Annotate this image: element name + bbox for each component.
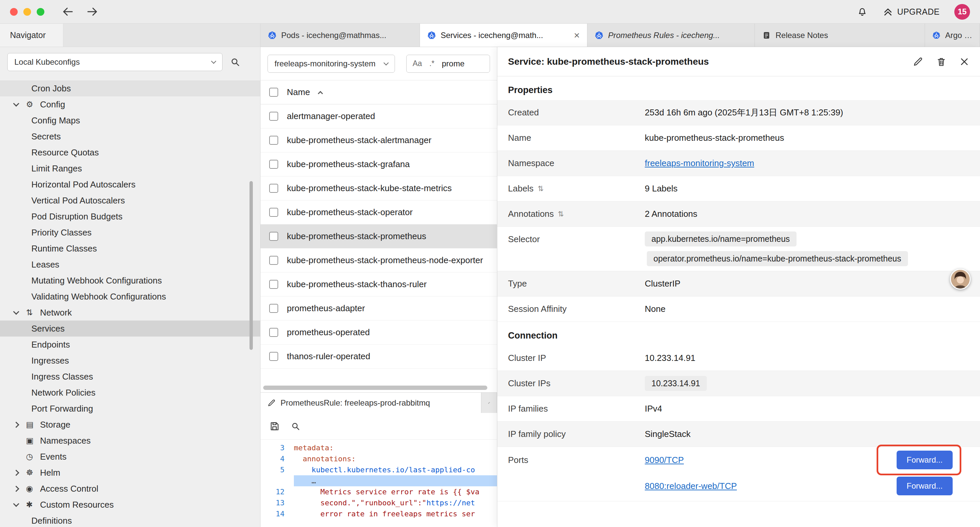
table-row[interactable]: kube-prometheus-stack-operator [261, 201, 497, 224]
sidebar-item-horizontal-pod-autoscalers[interactable]: Horizontal Pod Autoscalers [0, 177, 260, 193]
table-row[interactable]: prometheus-adapter [261, 296, 497, 320]
chevron-down-icon[interactable] [13, 501, 19, 507]
window-minimize-button[interactable] [23, 8, 31, 16]
chevron-down-icon[interactable] [13, 309, 19, 315]
table-row[interactable]: kube-prometheus-stack-prometheus [261, 224, 497, 248]
code-line[interactable]: 4 annotations: [261, 453, 497, 464]
table-row[interactable]: kube-prometheus-stack-grafana [261, 153, 497, 177]
back-button[interactable] [62, 6, 74, 18]
sidebar-item-port-forwarding[interactable]: Port Forwarding [0, 401, 260, 417]
editor-tab-next[interactable] [481, 393, 497, 413]
chevron-down-icon[interactable] [13, 100, 19, 107]
table-row[interactable]: kube-prometheus-stack-kube-state-metrics [261, 177, 497, 201]
edit-pencil-icon[interactable] [913, 56, 923, 67]
sidebar-item-leases[interactable]: Leases [0, 256, 260, 272]
table-row[interactable]: prometheus-operated [261, 320, 497, 345]
sidebar-item-ingresses[interactable]: Ingresses [0, 353, 260, 369]
sidebar-item-network-policies[interactable]: Network Policies [0, 385, 260, 401]
navigator-panel-tab[interactable]: Navigator [0, 24, 64, 47]
services-search-input[interactable]: Aa .* prome [406, 55, 490, 73]
sidebar-item-config[interactable]: ⚙Config [0, 96, 260, 112]
horizontal-scrollbar[interactable] [263, 384, 494, 391]
sidebar-item-ingress-classes[interactable]: Ingress Classes [0, 369, 260, 385]
user-avatar[interactable] [950, 269, 970, 290]
table-row[interactable]: thanos-ruler-operated [261, 345, 497, 369]
row-checkbox[interactable] [269, 136, 278, 145]
sidebar-item-definitions[interactable]: Definitions [0, 513, 260, 527]
tab-release-notes[interactable]: Release Notes [755, 24, 925, 47]
tab-close-icon[interactable]: × [570, 30, 580, 40]
tab-pods[interactable]: Pods - icecheng@mathmas... [261, 24, 420, 47]
port-link[interactable]: 9090/TCP [645, 455, 684, 465]
expand-labels-icon[interactable]: ⇅ [538, 185, 544, 193]
editor-tab-prometheusrule[interactable]: PrometheusRule: freeleaps-prod-rabbitmq [261, 393, 481, 413]
sidebar-item-cron-jobs[interactable]: Cron Jobs [0, 80, 260, 96]
sidebar-item-network[interactable]: ⇅Network [0, 304, 260, 320]
forward-button[interactable] [86, 6, 99, 18]
row-checkbox[interactable] [269, 160, 278, 169]
chevron-right-icon[interactable] [13, 422, 19, 428]
sidebar-item-helm[interactable]: ☸Helm [0, 465, 260, 481]
row-checkbox[interactable] [269, 208, 278, 217]
table-row[interactable]: kube-prometheus-stack-prometheus-node-ex… [261, 248, 497, 272]
chevron-right-icon[interactable] [13, 470, 19, 476]
sidebar-search-icon[interactable] [230, 57, 240, 67]
row-checkbox[interactable] [269, 304, 278, 313]
tab-argo[interactable]: Argo Se [925, 24, 980, 47]
sidebar-item-priority-classes[interactable]: Priority Classes [0, 224, 260, 240]
close-icon[interactable] [959, 57, 969, 67]
forward-button[interactable]: Forward... [897, 477, 953, 495]
sidebar-item-endpoints[interactable]: Endpoints [0, 336, 260, 353]
editor-search-icon[interactable] [291, 421, 301, 431]
row-checkbox[interactable] [269, 184, 278, 193]
row-checkbox[interactable] [269, 352, 278, 361]
port-link[interactable]: 8080:reloader-web/TCP [645, 481, 737, 491]
code-line[interactable]: 3metadata: [261, 442, 497, 453]
row-checkbox[interactable] [269, 328, 278, 337]
sidebar-item-storage[interactable]: ▤Storage [0, 417, 260, 433]
sidebar-item-events[interactable]: ◷Events [0, 449, 260, 465]
row-checkbox[interactable] [269, 256, 278, 265]
sidebar-scrollbar[interactable] [250, 181, 253, 350]
save-icon[interactable] [269, 421, 280, 431]
sidebar-item-runtime-classes[interactable]: Runtime Classes [0, 240, 260, 256]
expand-annotations-icon[interactable]: ⇅ [558, 210, 564, 218]
sidebar-item-pod-disruption-budgets[interactable]: Pod Disruption Budgets [0, 209, 260, 224]
table-row[interactable]: alertmanager-operated [261, 104, 497, 128]
sidebar-item-config-maps[interactable]: Config Maps [0, 112, 260, 128]
table-row[interactable]: kube-prometheus-stack-alertmanager [261, 128, 497, 153]
row-checkbox[interactable] [269, 232, 278, 241]
sidebar-item-access-control[interactable]: ◉Access Control [0, 481, 260, 497]
trash-icon[interactable] [936, 56, 947, 67]
sidebar-item-vertical-pod-autoscalers[interactable]: Vertical Pod Autoscalers [0, 193, 260, 209]
row-checkbox[interactable] [269, 112, 278, 121]
sidebar-item-services[interactable]: Services [0, 320, 260, 336]
code-editor[interactable]: 3metadata:4 annotations:5 kubectl.kubern… [261, 439, 497, 527]
forward-button[interactable]: Forward... [897, 451, 953, 469]
notification-count-badge[interactable]: 15 [954, 4, 970, 20]
sidebar-item-resource-quotas[interactable]: Resource Quotas [0, 145, 260, 161]
row-checkbox[interactable] [269, 280, 278, 289]
table-row[interactable]: kube-prometheus-stack-thanos-ruler [261, 272, 497, 296]
name-column-header[interactable]: Name [287, 87, 310, 97]
match-case-toggle[interactable]: Aa [413, 59, 422, 68]
sidebar-item-namespaces[interactable]: ▣Namespaces [0, 433, 260, 449]
sidebar-item-custom-resources[interactable]: ✱Custom Resources [0, 497, 260, 513]
chevron-right-icon[interactable] [13, 486, 19, 492]
window-close-button[interactable] [10, 8, 18, 16]
sidebar-item-limit-ranges[interactable]: Limit Ranges [0, 161, 260, 177]
window-zoom-button[interactable] [37, 8, 45, 16]
sort-ascending-icon[interactable] [318, 91, 323, 96]
namespace-filter-select[interactable]: freeleaps-monitoring-system [267, 55, 395, 73]
sidebar-item-validating-webhook-configurations[interactable]: Validating Webhook Configurations [0, 288, 260, 304]
sidebar-item-mutating-webhook-configurations[interactable]: Mutating Webhook Configurations [0, 272, 260, 288]
regex-toggle[interactable]: .* [429, 59, 434, 68]
code-line[interactable]: 12 Metrics service error rate is {{ $va [261, 486, 497, 497]
upgrade-button[interactable]: UPGRADE [883, 6, 940, 17]
code-line[interactable]: … [261, 475, 497, 486]
code-line[interactable]: 14 error rate in freeleaps metrics ser [261, 508, 497, 519]
tab-services[interactable]: Services - icecheng@math... × [420, 24, 587, 47]
horizontal-scrollbar-thumb[interactable] [263, 385, 487, 390]
namespace-link[interactable]: freeleaps-monitoring-system [645, 158, 754, 168]
code-line[interactable]: 5 kubectl.kubernetes.io/last-applied-co [261, 464, 497, 475]
